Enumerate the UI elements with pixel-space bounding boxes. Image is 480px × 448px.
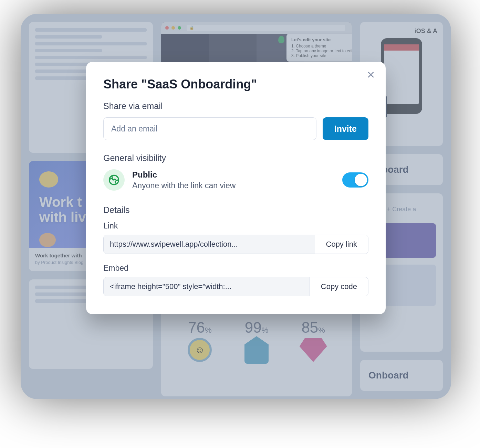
toggle-knob (355, 174, 367, 186)
email-input[interactable] (103, 117, 316, 140)
invite-button[interactable]: Invite (323, 117, 368, 140)
visibility-toggle[interactable] (342, 172, 368, 188)
app-background: Work t with liv Work together with by Pr… (21, 14, 451, 399)
visibility-description: Anyone with the link can view (132, 181, 335, 190)
visibility-section-label: General visibility (103, 153, 368, 163)
share-modal: Share "SaaS Onboarding" Share via email … (86, 62, 386, 314)
embed-code-value[interactable]: <iframe height="500" style="width:... (104, 277, 310, 296)
share-email-label: Share via email (103, 101, 368, 111)
visibility-title: Public (132, 170, 335, 180)
modal-title: Share "SaaS Onboarding" (103, 77, 368, 92)
link-field-label: Link (103, 221, 368, 231)
globe-icon (103, 169, 125, 191)
close-icon (367, 71, 375, 80)
close-button[interactable] (365, 70, 377, 81)
share-link-value[interactable]: https://www.swipewell.app/collection... (104, 235, 315, 254)
details-section-label: Details (103, 205, 368, 215)
embed-field-label: Embed (103, 264, 368, 273)
copy-code-button[interactable]: Copy code (310, 277, 368, 296)
copy-link-button[interactable]: Copy link (315, 235, 368, 254)
